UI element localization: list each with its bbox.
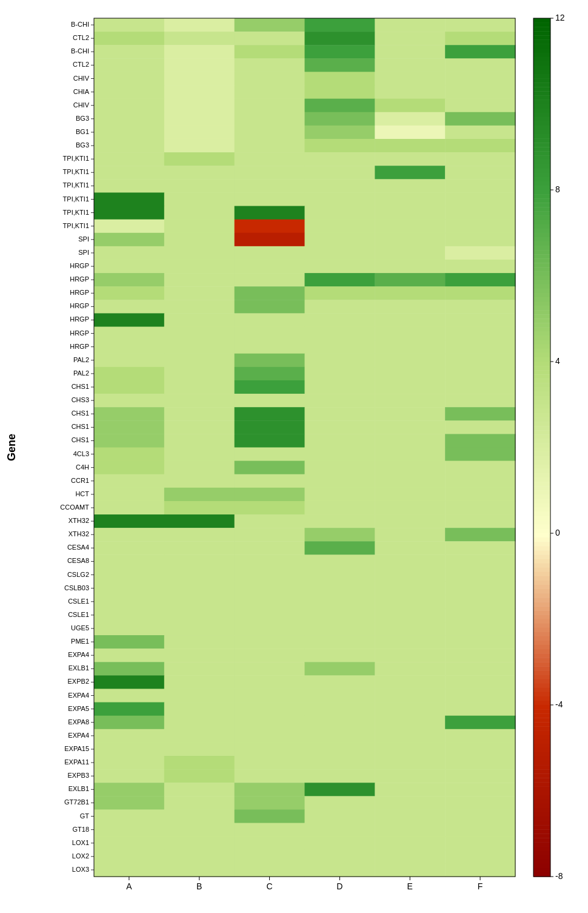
chart-container <box>0 0 588 913</box>
